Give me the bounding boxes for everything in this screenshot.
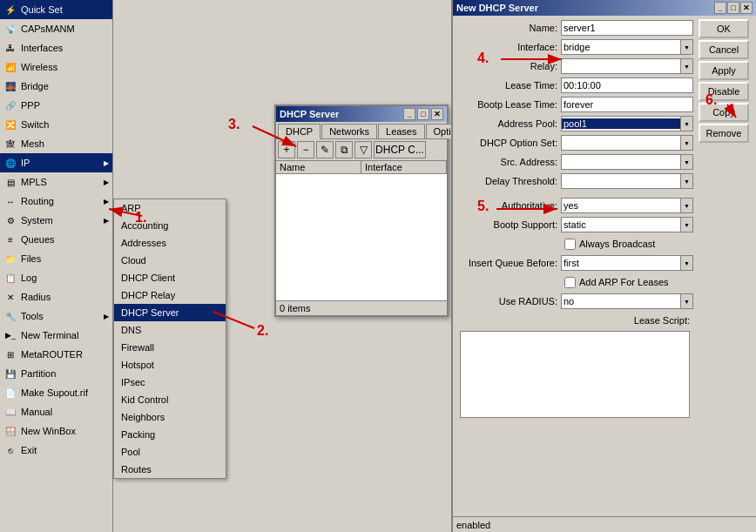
ip-submenu-dhcp-server[interactable]: DHCP Server	[114, 304, 226, 321]
bootp-support-select[interactable]: static ▼	[561, 217, 693, 232]
sidebar-item-routing[interactable]: ↔ Routing ▶	[0, 192, 112, 211]
routing-icon: ↔	[3, 194, 17, 208]
tab-networks[interactable]: Networks	[321, 124, 377, 138]
new-dhcp-close[interactable]: ✕	[740, 2, 753, 14]
sidebar-item-tools[interactable]: 🔧 Tools ▶	[0, 306, 112, 326]
use-radius-select[interactable]: no ▼	[561, 293, 693, 309]
sidebar-item-interfaces[interactable]: 🖧 Interfaces	[0, 38, 112, 57]
sidebar-item-log[interactable]: 📋 Log	[0, 268, 112, 287]
authoritative-value: yes	[562, 200, 680, 211]
sidebar-item-ip[interactable]: 🌐 IP ▶	[0, 153, 112, 172]
ok-button[interactable]: OK	[699, 19, 749, 38]
disable-button[interactable]: Disable	[699, 82, 749, 101]
bootp-lease-time-row: Bootp Lease Time:	[456, 96, 693, 113]
ip-submenu-packing[interactable]: Packing	[114, 426, 226, 443]
sidebar-item-mesh[interactable]: 🕸 Mesh	[0, 134, 112, 153]
ip-submenu-accounting[interactable]: Accounting	[114, 217, 226, 234]
ip-submenu-dns[interactable]: DNS	[114, 321, 226, 339]
filter-button[interactable]: ▽	[354, 141, 372, 158]
ip-submenu-dhcp-relay[interactable]: DHCP Relay	[114, 286, 226, 304]
lease-time-input[interactable]	[561, 77, 693, 93]
sidebar-item-exit[interactable]: ⎋ Exit	[0, 441, 112, 460]
authoritative-dropdown-arrow[interactable]: ▼	[680, 199, 692, 212]
add-arp-checkbox[interactable]	[564, 277, 576, 288]
ip-submenu-dhcp-client[interactable]: DHCP Client	[114, 269, 226, 286]
delay-threshold-select[interactable]: ▼	[561, 173, 693, 189]
annotation-3: 3.	[228, 117, 240, 131]
ip-submenu-addresses[interactable]: Addresses	[114, 234, 226, 252]
sidebar-item-metarouter[interactable]: ⊞ MetaROUTER	[0, 345, 112, 364]
ip-submenu-arp[interactable]: ARP	[114, 199, 226, 217]
mesh-icon: 🕸	[3, 137, 17, 151]
dhcp-minimize-button[interactable]: _	[403, 108, 415, 120]
delay-threshold-dropdown-arrow[interactable]: ▼	[680, 174, 692, 188]
authoritative-select[interactable]: yes ▼	[561, 198, 693, 213]
dhcp-close-button[interactable]: ✕	[431, 108, 443, 120]
address-pool-select[interactable]: pool1 ▼	[561, 116, 693, 131]
remove-button[interactable]: Remove	[699, 124, 749, 143]
sidebar-item-wireless[interactable]: 📶 Wireless	[0, 57, 112, 77]
ip-submenu-routes[interactable]: Routes	[114, 461, 226, 478]
relay-dropdown-arrow[interactable]: ▼	[680, 59, 692, 73]
ip-arrow-icon: ▶	[104, 159, 109, 167]
dhcp-footer: 0 items	[276, 300, 447, 315]
metarouter-icon: ⊞	[3, 347, 17, 361]
dhcp-option-set-select[interactable]: ▼	[561, 135, 693, 151]
relay-select[interactable]: ▼	[561, 58, 693, 74]
ip-submenu-hotspot[interactable]: Hotspot	[114, 356, 226, 374]
sidebar-item-files[interactable]: 📁 Files	[0, 249, 112, 268]
interface-select[interactable]: bridge ▼	[561, 39, 693, 55]
always-broadcast-row: Always Broadcast	[456, 235, 693, 253]
lease-script-input[interactable]	[460, 331, 690, 418]
new-dhcp-controls: _ □ ✕	[714, 2, 753, 14]
src-address-dropdown-arrow[interactable]: ▼	[680, 155, 692, 169]
name-input[interactable]	[561, 20, 693, 36]
address-pool-dropdown-arrow[interactable]: ▼	[680, 117, 692, 131]
wireless-icon: 📶	[3, 60, 17, 74]
sidebar-item-switch[interactable]: 🔀 Switch	[0, 115, 112, 134]
partition-icon: 💾	[3, 367, 17, 380]
sidebar-item-quick-set[interactable]: ⚡ Quick Set	[0, 0, 112, 19]
sidebar-item-new-winbox[interactable]: 🪟 New WinBox	[0, 421, 112, 441]
src-address-select[interactable]: ▼	[561, 154, 693, 170]
use-radius-dropdown-arrow[interactable]: ▼	[680, 294, 692, 308]
tab-leases[interactable]: Leases	[378, 124, 424, 138]
add-button[interactable]: +	[278, 141, 295, 158]
interface-dropdown-arrow[interactable]: ▼	[680, 40, 692, 54]
sidebar-item-system[interactable]: ⚙ System ▶	[0, 211, 112, 230]
ip-submenu-ipsec[interactable]: IPsec	[114, 374, 226, 391]
cancel-button[interactable]: Cancel	[699, 40, 749, 59]
sidebar-item-mpls[interactable]: ▤ MPLS ▶	[0, 172, 112, 192]
ip-submenu-kid-control[interactable]: Kid Control	[114, 391, 226, 408]
dhcp-option-set-dropdown-arrow[interactable]: ▼	[680, 136, 692, 150]
tab-dhcp[interactable]: DHCP	[278, 124, 321, 139]
ip-submenu-pool[interactable]: Pool	[114, 443, 226, 461]
remove-toolbar-button[interactable]: −	[297, 141, 314, 158]
sidebar-item-ppp[interactable]: 🔗 PPP	[0, 96, 112, 115]
bootp-support-dropdown-arrow[interactable]: ▼	[680, 218, 692, 232]
ip-submenu-neighbors[interactable]: Neighbors	[114, 408, 226, 426]
dhcp-config-button[interactable]: DHCP C...	[374, 141, 426, 158]
insert-queue-select[interactable]: first ▼	[561, 255, 693, 271]
new-dhcp-minimize[interactable]: _	[714, 2, 726, 14]
switch-icon: 🔀	[3, 118, 17, 131]
sidebar-item-queues[interactable]: ≡ Queues	[0, 230, 112, 249]
always-broadcast-checkbox[interactable]	[564, 239, 576, 250]
sidebar-item-radius[interactable]: ✕ Radius	[0, 287, 112, 306]
sidebar-item-capsman[interactable]: 📡 CAPsMANM	[0, 19, 112, 38]
apply-button[interactable]: Apply	[699, 61, 749, 80]
dhcp-maximize-button[interactable]: □	[417, 108, 429, 120]
bootp-lease-time-input[interactable]	[561, 97, 693, 112]
insert-queue-dropdown-arrow[interactable]: ▼	[680, 256, 692, 270]
new-dhcp-maximize[interactable]: □	[727, 2, 739, 14]
sidebar-item-bridge[interactable]: 🌉 Bridge	[0, 77, 112, 96]
copy-button[interactable]: Copy	[699, 103, 749, 122]
copy-toolbar-button[interactable]: ⧉	[335, 141, 353, 158]
ip-submenu-firewall[interactable]: Firewall	[114, 339, 226, 356]
sidebar-item-partition[interactable]: 💾 Partition	[0, 364, 112, 383]
edit-button[interactable]: ✎	[316, 141, 334, 158]
sidebar-item-new-terminal[interactable]: ▶_ New Terminal	[0, 326, 112, 345]
sidebar-item-manual[interactable]: 📖 Manual	[0, 402, 112, 421]
ip-submenu-cloud[interactable]: Cloud	[114, 252, 226, 269]
sidebar-item-make-supout[interactable]: 📄 Make Supout.rif	[0, 383, 112, 402]
